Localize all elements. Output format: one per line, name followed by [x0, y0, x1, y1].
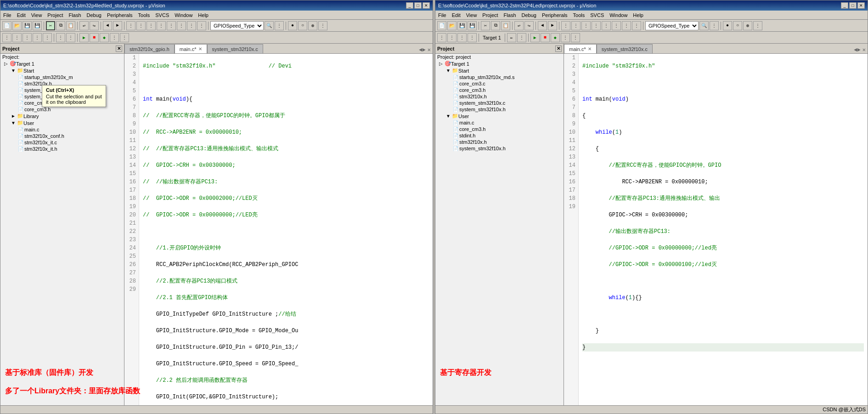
- cut-btn[interactable]: ✂: [46, 21, 55, 30]
- menu-debug[interactable]: Debug: [84, 11, 104, 19]
- r-tree-core-h[interactable]: 📄 core_cm3.h: [435, 87, 564, 93]
- r-redo-btn[interactable]: ↪: [524, 21, 534, 30]
- r-btn9[interactable]: ⋮: [602, 21, 611, 30]
- save-btn[interactable]: 💾: [23, 21, 32, 30]
- r-menu-view[interactable]: View: [463, 11, 480, 19]
- r-menu-flash[interactable]: Flash: [501, 11, 519, 19]
- r-open-btn[interactable]: 📂: [447, 21, 457, 30]
- r-t2-btn7[interactable]: ▶: [530, 33, 540, 42]
- t2-btn12[interactable]: ⋮: [120, 33, 129, 42]
- r-t2-btn5[interactable]: ✏: [507, 33, 516, 42]
- copy-btn[interactable]: ⧉: [56, 21, 65, 30]
- t2-btn8[interactable]: ▶: [79, 33, 89, 42]
- r-menu-debug[interactable]: Debug: [519, 11, 539, 19]
- minimize-button[interactable]: _: [406, 2, 413, 9]
- t2-btn2[interactable]: ⋮: [12, 33, 22, 42]
- t2-btn1[interactable]: ⋮: [2, 33, 11, 42]
- menu-svcs[interactable]: SVCS: [152, 11, 172, 19]
- r-menu-file[interactable]: File: [435, 11, 449, 19]
- tree-conf-h[interactable]: 📄 stm32f10x_conf.h: [0, 133, 124, 139]
- r-btn18[interactable]: ⋮: [753, 21, 762, 30]
- right-minimize-btn[interactable]: _: [841, 2, 848, 9]
- btn15[interactable]: ●: [288, 21, 297, 30]
- tree-it-c[interactable]: 📄 stm32f10x_it.c: [0, 139, 124, 146]
- tab-main-c-close[interactable]: ✕: [198, 46, 202, 51]
- r-btn14[interactable]: ⋮: [710, 21, 719, 30]
- r-btn15[interactable]: ●: [723, 21, 732, 30]
- r-btn10[interactable]: ⋮: [612, 21, 621, 30]
- r-tree-core-h2[interactable]: 📄 core_cm3.h: [435, 126, 564, 132]
- r-t2-btn6[interactable]: ⋮: [517, 33, 526, 42]
- r-new-btn[interactable]: 📄: [437, 21, 446, 30]
- menu-file[interactable]: File: [0, 11, 14, 19]
- btn17[interactable]: ⊗: [308, 21, 317, 30]
- close-button[interactable]: ✕: [423, 2, 430, 9]
- r-cut-btn[interactable]: ✂: [481, 21, 490, 30]
- new-file-btn[interactable]: 📄: [2, 21, 11, 30]
- r-t2-btn3[interactable]: ⋮: [457, 33, 467, 42]
- menu-project[interactable]: Project: [45, 11, 66, 19]
- r-btn11[interactable]: ⋮: [622, 21, 631, 30]
- tree-main-c[interactable]: 📄 main.c: [0, 126, 124, 133]
- tabs-close-btn[interactable]: ✕: [428, 46, 431, 53]
- r-tree-main-c[interactable]: 📄 main.c: [435, 119, 564, 126]
- tab-main-c[interactable]: main.c* ✕: [175, 44, 207, 53]
- r-btn17[interactable]: ⊗: [743, 21, 752, 30]
- r-menu-tools[interactable]: Tools: [570, 11, 588, 19]
- btn6[interactable]: ⋮: [136, 21, 146, 30]
- nav-back-btn[interactable]: ◄: [103, 21, 112, 30]
- menu-view[interactable]: View: [28, 11, 45, 19]
- r-tree-stm32-h2[interactable]: 📄 stm32f10x.h: [435, 139, 564, 145]
- tree-start[interactable]: ▼ 📁 Start: [0, 67, 124, 74]
- btn9[interactable]: ⋮: [167, 21, 176, 30]
- btn14[interactable]: ⋮: [275, 21, 284, 30]
- menu-flash[interactable]: Flash: [66, 11, 84, 19]
- maximize-button[interactable]: □: [414, 2, 422, 9]
- r-btn13[interactable]: 🔍: [699, 21, 709, 30]
- r-btn6[interactable]: ⋮: [571, 21, 581, 30]
- r-save-btn[interactable]: 💾: [457, 21, 467, 30]
- btn11[interactable]: ⋮: [187, 21, 196, 30]
- r-btn16[interactable]: ○: [733, 21, 742, 30]
- tab-gpio-h[interactable]: stm32f10x_gpio.h: [124, 44, 175, 53]
- btn12[interactable]: ⋮: [197, 21, 206, 30]
- menu-help[interactable]: Help: [195, 11, 211, 19]
- r-paste-btn[interactable]: 📋: [501, 21, 510, 30]
- redo-btn[interactable]: ↪: [90, 21, 99, 30]
- r-tree-system-h2[interactable]: 📄 system_stm32f10x.h: [435, 145, 564, 152]
- btn10[interactable]: ⋮: [177, 21, 186, 30]
- r-gpio-speed-dropdown[interactable]: GPIOSpeed_Type: [645, 21, 699, 30]
- r-copy-btn[interactable]: ⧉: [491, 21, 500, 30]
- menu-edit[interactable]: Edit: [14, 11, 28, 19]
- r-t2-btn2[interactable]: ⋮: [447, 33, 457, 42]
- r-tabs-close-btn[interactable]: ✕: [862, 46, 866, 53]
- nav-fwd-btn[interactable]: ►: [113, 21, 122, 30]
- r-nav-fwd-btn[interactable]: ►: [548, 21, 557, 30]
- right-maximize-btn[interactable]: □: [849, 2, 857, 9]
- tree-startup[interactable]: 📄 startup_stm32f10x_m: [0, 74, 124, 80]
- save-all-btn[interactable]: 💾: [33, 21, 42, 30]
- r-save-all-btn[interactable]: 💾: [468, 21, 477, 30]
- r-tree-system-c[interactable]: 📄 system_stm32f10x.c: [435, 100, 564, 106]
- undo-btn[interactable]: ↩: [79, 21, 89, 30]
- btn5[interactable]: ⋮: [126, 21, 135, 30]
- r-t2-btn1[interactable]: ⋮: [437, 33, 446, 42]
- t2-btn11[interactable]: ⋮: [110, 33, 119, 42]
- right-code-content[interactable]: #include "stm32f10x.h" int main(void) { …: [579, 54, 868, 405]
- r-menu-help[interactable]: Help: [630, 11, 646, 19]
- r-tab-main-c[interactable]: main.c* ✕: [564, 44, 597, 53]
- r-btn8[interactable]: ⋮: [592, 21, 601, 30]
- r-menu-project[interactable]: Project: [479, 11, 501, 19]
- r-t2-btn8[interactable]: ■: [541, 33, 550, 42]
- left-code-content[interactable]: #include "stm32f10x.h" // Devi int main(…: [139, 54, 433, 405]
- r-tree-stm32-h[interactable]: 📄 stm32f10x.h: [435, 93, 564, 100]
- r-t2-btn10[interactable]: ⋮: [561, 33, 570, 42]
- t2-btn9[interactable]: ■: [90, 33, 99, 42]
- tree-it-h[interactable]: 📄 stm32f10x_it.h: [0, 146, 124, 152]
- tree-user[interactable]: ▼ 📁 User: [0, 119, 124, 126]
- right-sidebar-close[interactable]: ✕: [555, 45, 562, 52]
- r-t2-btn9[interactable]: ◆: [551, 33, 560, 42]
- left-sidebar-close[interactable]: ✕: [116, 45, 122, 52]
- r-undo-btn[interactable]: ↩: [514, 21, 524, 30]
- paste-btn[interactable]: 📋: [66, 21, 75, 30]
